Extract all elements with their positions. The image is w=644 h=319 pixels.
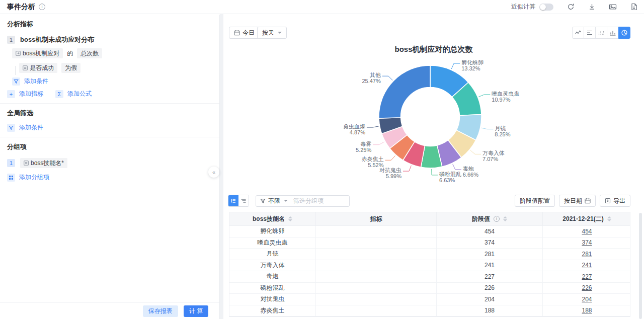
- vertical-scrollbar[interactable]: [639, 213, 642, 319]
- calculate-button[interactable]: 计 算: [184, 305, 208, 317]
- cell-metric: [316, 226, 437, 237]
- metric-name[interactable]: boss机制未成功应对分布: [20, 35, 94, 44]
- slice-label: 磷粉混乱6.63%: [439, 171, 461, 183]
- bar-chart-button[interactable]: [607, 27, 619, 39]
- flat-list-view-button[interactable]: [228, 195, 238, 206]
- number-table-button[interactable]: [595, 27, 607, 39]
- cell-day-value[interactable]: 227: [543, 271, 631, 282]
- sort-icon[interactable]: [607, 216, 611, 221]
- label-line: [470, 150, 481, 154]
- group-filter-input[interactable]: 不限 筛选分组项: [256, 195, 350, 207]
- filter-icon: [7, 124, 15, 132]
- info-icon[interactable]: i: [39, 4, 45, 10]
- label-line: [451, 63, 460, 69]
- cell-day-value[interactable]: 241: [543, 260, 631, 271]
- label-line: [478, 95, 490, 97]
- label-line: [453, 164, 461, 170]
- line-chart-button[interactable]: [572, 27, 584, 39]
- refresh-icon[interactable]: [567, 3, 575, 11]
- cell-day-value[interactable]: 281: [543, 249, 631, 260]
- metric-index-badge: 1: [7, 36, 15, 44]
- filter-placeholder: 筛选分组项: [293, 197, 324, 205]
- add-group-link[interactable]: 添加分组项: [19, 173, 49, 182]
- approx-calc-toggle[interactable]: [539, 4, 553, 11]
- drilldown-link[interactable]: 227: [582, 273, 592, 280]
- condition-connector: [15, 66, 16, 75]
- table-actions: 阶段值配置 按日期 导出: [515, 195, 630, 207]
- cell-stage-value: 374: [437, 237, 543, 249]
- table-header: boss技能名 指标 阶段值 i 2021-12-21(二): [229, 212, 630, 226]
- info-icon[interactable]: i: [494, 216, 500, 222]
- slice-label: 万毒入体7.07%: [482, 150, 505, 162]
- table-row: 孵化蛛卵454454: [229, 226, 630, 237]
- cell-day-value[interactable]: 374: [543, 237, 631, 249]
- sidebar-collapse-button[interactable]: «: [208, 167, 219, 178]
- global-add-condition-link[interactable]: 添加条件: [19, 123, 43, 132]
- cell-day-value[interactable]: 226: [543, 283, 631, 294]
- cell-day-value[interactable]: 188: [543, 305, 631, 316]
- cell-stage-value: 188: [437, 305, 543, 316]
- date-range-button[interactable]: 今日: [229, 27, 260, 39]
- label-line: [432, 169, 438, 175]
- drilldown-link[interactable]: 281: [582, 251, 592, 258]
- cell-stage-value: 454: [437, 226, 543, 237]
- add-condition-link[interactable]: 添加条件: [24, 77, 48, 86]
- group-field-chip[interactable]: boss技能名*: [20, 158, 67, 168]
- tree-list-view-button[interactable]: [238, 195, 249, 206]
- sort-icon[interactable]: [503, 216, 507, 221]
- cell-stage-value: 227: [437, 271, 543, 282]
- drilldown-link[interactable]: 454: [582, 228, 592, 235]
- table-controls: 不限 筛选分组项: [228, 195, 350, 207]
- cell-skill: 月铳: [229, 249, 316, 260]
- cell-stage-value: 204: [437, 294, 543, 305]
- table-row: 磷粉混乱226226: [229, 283, 630, 294]
- slice-label: 赤炎焦土5.52%: [361, 156, 383, 168]
- cell-stage-value: 241: [437, 260, 543, 271]
- add-metric-link[interactable]: 添加指标: [19, 90, 43, 98]
- panel-gutter: [220, 14, 223, 319]
- sort-icon[interactable]: [288, 216, 292, 221]
- add-formula-link[interactable]: 添加公式: [67, 90, 92, 98]
- cell-skill: 嗜血灵虫蛊: [229, 237, 316, 249]
- of-label: 的: [67, 49, 73, 58]
- top-bar: 事件分析 i 近似计算: [0, 0, 644, 14]
- filter-scope-value[interactable]: 不限: [268, 197, 280, 205]
- aggregation-chip[interactable]: 总次数: [77, 48, 102, 58]
- table-row: 对抗鬼虫204204: [229, 294, 630, 305]
- export-button[interactable]: 导出: [600, 195, 630, 207]
- drilldown-link[interactable]: 226: [582, 284, 592, 291]
- col-header-date[interactable]: 2021-12-21(二): [543, 212, 631, 225]
- save-report-button[interactable]: 保存报表: [143, 305, 178, 317]
- label-line: [373, 142, 384, 145]
- col-header-stage[interactable]: 阶段值 i: [437, 212, 543, 225]
- report-file-icon[interactable]: [630, 3, 638, 11]
- slice-label: 对抗鬼虫5.99%: [379, 167, 401, 179]
- cell-day-value[interactable]: 454: [543, 226, 631, 237]
- sigma-icon: Σ: [55, 90, 63, 98]
- col-header-skill[interactable]: boss技能名: [229, 212, 316, 225]
- main-panel: 今日 按天 boss机制应对的总次数 孵化蛛卵13.32%嗜血灵虫蛊10.97%…: [223, 14, 644, 319]
- drilldown-link[interactable]: 241: [582, 262, 592, 269]
- image-export-icon[interactable]: [609, 3, 617, 11]
- slice-label: 孵化蛛卵13.32%: [461, 59, 484, 71]
- table-row: 赤炎焦土188188: [229, 305, 630, 317]
- cell-day-value[interactable]: 204: [543, 294, 631, 305]
- by-date-button[interactable]: 按日期: [559, 195, 596, 207]
- drilldown-link[interactable]: 204: [582, 296, 592, 303]
- drilldown-link[interactable]: 374: [582, 239, 592, 246]
- download-icon[interactable]: [588, 3, 596, 11]
- sidebar-footer: 保存报表 计 算: [0, 302, 219, 319]
- plus-icon: +: [7, 90, 15, 98]
- event-chip[interactable]: boss机制应对: [12, 48, 63, 58]
- global-filter-title: 全局筛选: [7, 109, 219, 118]
- granularity-dropdown[interactable]: 按天: [257, 27, 287, 39]
- stage-value-config-button[interactable]: 阶段值配置: [515, 195, 555, 207]
- pie-chart-button[interactable]: [618, 27, 630, 39]
- cell-skill: 毒炮: [229, 271, 316, 282]
- property-icon: [23, 65, 28, 70]
- pie-slice[interactable]: [379, 65, 430, 118]
- drilldown-link[interactable]: 188: [582, 307, 592, 314]
- condition-field-chip[interactable]: 是否成功: [19, 63, 57, 73]
- condition-value-chip[interactable]: 为假: [61, 63, 80, 73]
- horizontal-bar-chart-button[interactable]: [584, 27, 596, 39]
